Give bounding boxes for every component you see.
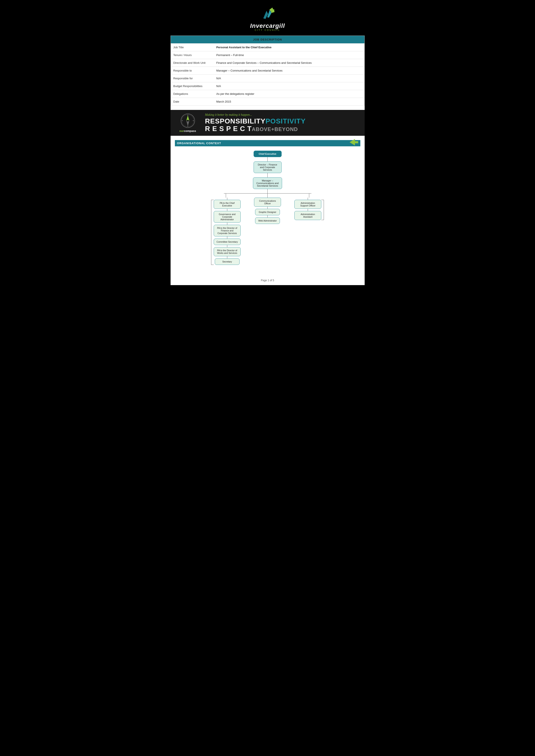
- org-node-graphic-designer: Graphic Designer: [255, 209, 280, 215]
- jd-value-0: Personal Assistant to the Chief Executiv…: [214, 43, 364, 51]
- jd-row-2: Directorate and Work UnitFinance and Cor…: [171, 59, 364, 67]
- jd-table: JOB DESCRIPTION Job TitlePersonal Assist…: [171, 36, 365, 106]
- compass-responsibility: RESPONSIBILITY: [205, 117, 266, 125]
- lc5: [227, 245, 227, 247]
- compass-our: our: [180, 129, 184, 133]
- jd-row-5: Budget ResponsibilitiesN/A: [171, 82, 364, 90]
- lc1: [227, 198, 227, 200]
- org-node-admin-support: Administration Support Officer: [294, 200, 321, 209]
- org-node-pa-chief: PA to the Chief Executive: [214, 200, 241, 209]
- jd-row-3: Responsible toManager – Communications a…: [171, 67, 364, 74]
- org-node-committee-secretary: Committee Secretary: [214, 239, 241, 245]
- compass-logo-side: ourcompass: [174, 113, 202, 133]
- jd-value-7: March 2015: [214, 98, 364, 106]
- left-col: PA to the Chief Executive Governance and…: [205, 193, 247, 267]
- svg-marker-12: [350, 139, 358, 146]
- jd-value-5: N/A: [214, 82, 364, 90]
- org-node-chief-executive: Chief Executive: [254, 150, 282, 157]
- mid-col: Communications Officer Graphic Designer …: [247, 193, 288, 224]
- org-node-pa-director-finance: PA to the Director of Finance and Corpor…: [214, 225, 241, 236]
- page-number: Page 1 of 5: [171, 276, 365, 285]
- jd-value-4: N/A: [214, 74, 364, 82]
- org-node-web-admin: Web Administrator: [255, 217, 280, 224]
- compass-positivity: POSITIVITY: [266, 117, 306, 125]
- left-v1: [226, 193, 226, 198]
- org-node-pa-works: PA to the Director of Works and Services: [214, 247, 241, 256]
- jd-value-6: As per the delegations register: [214, 90, 364, 98]
- org-chart: Chief Executive Director – Finance and C…: [175, 150, 360, 271]
- lc4: [227, 236, 227, 239]
- page-number-text: Page 1 of 5: [261, 279, 274, 282]
- logo-container: Invercargill CITY COUNCIL: [250, 7, 285, 31]
- compass-words: RESPONSIBILITYPOSITIVITY R E S P E C TAB…: [205, 118, 361, 133]
- page: Invercargill CITY COUNCIL JOB DESCRIPTIO…: [171, 0, 365, 285]
- org-node-governance-admin: Governance and Corporate Administrator: [214, 211, 241, 223]
- jd-label-0: Job Title: [171, 43, 214, 51]
- compass-abovebeyond: ABOVE+BEYOND: [252, 126, 298, 132]
- org-section: ORGANISATIONAL CONTEXT Chief Executive D…: [171, 140, 365, 276]
- right-bracket: [321, 200, 324, 220]
- rc1: [308, 198, 308, 200]
- org-node-comms-officer: Communications Officer: [254, 198, 281, 207]
- h-bar: [224, 193, 311, 194]
- jd-label-2: Directorate and Work Unit: [171, 59, 214, 67]
- compass-icon: [180, 113, 195, 128]
- compass-line2: R E S P E C TABOVE+BEYOND: [205, 125, 361, 133]
- compass-word: compass: [184, 129, 196, 133]
- svg-marker-0: [263, 11, 268, 19]
- jd-row-0: Job TitlePersonal Assistant to the Chief…: [171, 43, 364, 51]
- jd-label-3: Responsible to: [171, 67, 214, 74]
- org-section-title: ORGANISATIONAL CONTEXT: [175, 140, 360, 146]
- right-col-inner: Administration Support Officer Administr…: [294, 198, 324, 222]
- org-node-secretary: Secretary: [215, 258, 239, 265]
- compass-banner: ourcompass Making it better by making it…: [171, 110, 365, 136]
- left-nodes: PA to the Chief Executive Governance and…: [214, 198, 241, 267]
- jd-value-2: Finance and Corporate Services – Communi…: [214, 59, 364, 67]
- lc3: [227, 223, 227, 225]
- header: Invercargill CITY COUNCIL: [171, 0, 365, 36]
- jd-value-1: Permanent – Full-time: [214, 51, 364, 59]
- compass-arrow-icon: [350, 139, 358, 146]
- jd-row-4: Responsible forN/A: [171, 74, 364, 82]
- rc-v1: [309, 193, 309, 198]
- jd-label-4: Responsible for: [171, 74, 214, 82]
- logo-sub: CITY COUNCIL: [255, 29, 280, 31]
- jd-title: JOB DESCRIPTION: [171, 36, 364, 43]
- lc6: [227, 256, 227, 258]
- logo-name: Invercargill: [250, 22, 285, 29]
- left-col-inner: PA to the Chief Executive Governance and…: [211, 198, 241, 267]
- compass-label: ourcompass: [180, 129, 196, 133]
- org-node-manager-comms: Manager – Communications and Secretarial…: [253, 177, 282, 189]
- jd-value-3: Manager – Communications and Secretarial…: [214, 67, 364, 74]
- org-node-admin-assistant: Administration Assistant: [294, 211, 321, 220]
- lc2: [227, 209, 227, 211]
- rc2: [308, 209, 308, 211]
- jd-row-6: DelegationsAs per the delegations regist…: [171, 90, 364, 98]
- jd-label-7: Date: [171, 98, 214, 106]
- branch-layout: PA to the Chief Executive Governance and…: [205, 193, 330, 267]
- jd-label-1: Tenure / Hours: [171, 51, 214, 59]
- invercargill-logo-icon: [259, 7, 276, 21]
- right-col: Administration Support Officer Administr…: [288, 193, 330, 222]
- jd-section: JOB DESCRIPTION Job TitlePersonal Assist…: [171, 36, 365, 106]
- org-node-director-finance: Director – Finance and Corporate Service…: [254, 161, 282, 173]
- left-bracket: [211, 200, 214, 265]
- compass-respect: R E S P E C T: [205, 125, 252, 133]
- jd-row-1: Tenure / HoursPermanent – Full-time: [171, 51, 364, 59]
- compass-text-area: Making it better by making it happen... …: [205, 113, 361, 133]
- top-bar-row: PA to the Chief Executive Governance and…: [205, 193, 330, 267]
- compass-line1: RESPONSIBILITYPOSITIVITY: [205, 118, 361, 125]
- compass-tagline: Making it better by making it happen...: [205, 113, 361, 117]
- jd-label-6: Delegations: [171, 90, 214, 98]
- jd-row-7: DateMarch 2015: [171, 98, 364, 106]
- jd-label-5: Budget Responsibilities: [171, 82, 214, 90]
- right-nodes: Administration Support Officer Administr…: [294, 198, 321, 222]
- three-branch-container: PA to the Chief Executive Governance and…: [175, 193, 360, 267]
